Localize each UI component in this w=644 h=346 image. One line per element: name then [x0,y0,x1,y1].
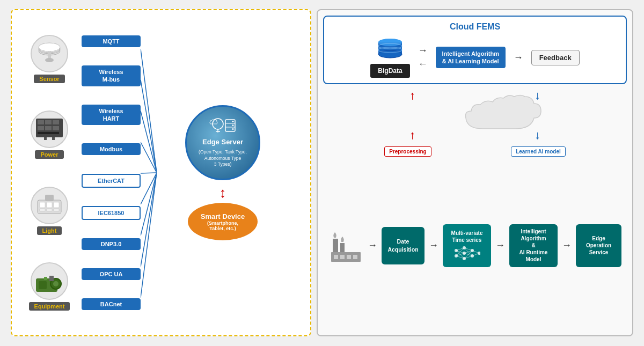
svg-point-51 [378,39,402,46]
sensor-label: Sensor [34,75,64,83]
svg-point-45 [232,121,234,122]
svg-rect-21 [47,209,52,211]
smart-device: Smart Device (Smartphone,Tablet, etc.) [188,203,258,240]
protocol-dnp30: DNP3.0 [82,238,141,250]
svg-rect-29 [44,277,47,280]
protocol-wireless-mbus: WirelessM-bus [82,65,141,86]
edge-operation-box: EdgeOperationService [576,224,621,267]
edge-operation-label: EdgeOperationService [586,235,611,256]
arrow-right-bottom-4: → [562,240,572,251]
protocol-opcua: OPC UA [82,268,141,280]
svg-rect-23 [45,195,54,201]
cloud-section: ↑ ↓ ↑ ↓ [323,89,627,142]
svg-line-32 [141,111,157,173]
blue-arrow-down-2: ↓ [535,128,540,142]
svg-rect-13 [38,132,59,134]
vertical-arrows-top: ↑ ↓ [323,89,627,102]
svg-rect-10 [38,126,44,130]
equipment-label: Equipment [29,302,70,311]
smart-device-subtitle: (Smartphone,Tablet, etc.) [207,220,238,231]
svg-rect-18 [47,202,52,208]
arrow-left-1: ← [418,58,428,70]
factory-icon [328,228,363,263]
svg-point-47 [232,128,234,130]
factory-area [328,228,363,263]
time-series-box: Multi-variateTime series [443,224,491,267]
vertical-arrow: ↕ [219,186,226,200]
svg-line-82 [472,253,479,256]
preprocessing-label: Preprocessing [384,146,431,157]
equipment-circle [31,262,68,300]
right-panel: Cloud FEMS BigData [317,9,633,336]
arrow-right-bottom-3: → [495,240,505,251]
equipment-device: Equipment [29,262,70,311]
edge-server-subtitle: (Open Type, Tank Type,Autonomous Type3 T… [199,149,247,168]
svg-rect-59 [347,255,351,259]
svg-line-36 [141,173,157,235]
svg-point-3 [39,43,60,51]
light-label: Light [37,226,62,235]
ai-learning-box: Intelligent Algorithm& AI Learning Model [436,47,506,69]
fems-arrows: → ← [418,45,428,70]
svg-point-5 [45,58,54,62]
label-row: Preprocessing Learned AI model [323,146,627,157]
edge-server-icons [209,117,236,137]
arrow-right-bottom-2: → [429,240,438,251]
cloud-fems-title: Cloud FEMS [330,22,620,32]
light-circle [31,187,68,224]
protocol-iec61850: IEC61850 [82,206,141,220]
svg-rect-60 [353,255,357,259]
svg-rect-8 [45,120,52,124]
protocol-wireless-hart: WirelessHART [82,105,141,126]
svg-rect-15 [52,137,55,140]
power-label: Power [35,150,63,159]
svg-rect-4 [48,51,51,59]
protocol-mqtt: MQTT [82,35,141,47]
svg-rect-7 [38,120,44,124]
svg-line-38 [141,173,157,298]
power-circle [31,111,68,148]
protocol-bacnet: BACnet [82,298,141,310]
arrow-right-2: → [514,52,523,63]
svg-rect-22 [54,209,59,211]
cloud-fems-box: Cloud FEMS BigData [323,16,627,84]
time-series-label: Multi-variateTime series [451,230,483,244]
bigdata-icon [376,37,405,64]
ai-runtime-label: IntelligentAlgorithm&AI RuntimeModel [519,228,548,263]
sensor-device: Sensor [31,35,68,83]
svg-rect-25 [39,281,47,289]
light-device: Light [31,187,68,235]
learned-ai-label: Learned AI model [511,146,566,157]
red-arrow-up: ↑ [409,89,415,102]
svg-line-31 [141,80,157,173]
power-icon [33,113,65,145]
bottom-boxes-row: → DateAcquisition → Multi-variateTime se… [323,161,627,330]
protocol-ethercat: EtherCAT [82,174,141,188]
svg-point-46 [232,124,234,126]
main-container: Sensor [11,9,633,336]
svg-line-37 [141,173,157,267]
devices-column: Sensor [17,16,82,330]
svg-rect-28 [49,276,54,281]
svg-line-30 [141,49,157,173]
smart-device-title: Smart Device [201,212,245,220]
svg-rect-20 [40,209,45,211]
edge-server-svg-icon [209,117,236,134]
edge-area: Edge Server (Open Type, Tank Type,Autono… [141,16,305,330]
svg-point-27 [53,281,58,286]
neural-net-icon [453,245,480,261]
svg-rect-19 [54,202,59,208]
red-arrow-up-2: ↑ [409,128,415,142]
light-icon [33,189,65,222]
fems-inner: BigData → ← Intelligent Algorithm& AI Le… [330,37,620,78]
svg-rect-9 [53,120,59,124]
connection-lines [141,33,157,312]
arrow-right-bottom-1: → [368,240,377,251]
svg-line-34 [141,173,157,173]
left-panel: Sensor [11,9,311,336]
blue-arrow-down: ↓ [535,89,540,102]
ai-runtime-box: IntelligentAlgorithm&AI RuntimeModel [509,224,558,267]
bigdata-label: BigData [370,64,409,78]
bigdata-area: BigData [370,37,409,78]
sensor-circle [31,35,68,72]
